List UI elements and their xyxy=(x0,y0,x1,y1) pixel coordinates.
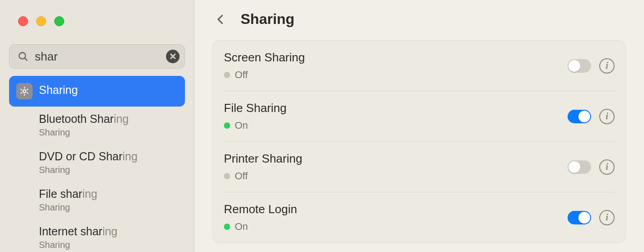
status-label: On xyxy=(235,221,248,233)
service-toggle[interactable] xyxy=(568,110,591,123)
result-text: Internet sharingSharing xyxy=(39,224,118,250)
status-dot-icon xyxy=(224,173,230,179)
svg-line-1 xyxy=(24,58,27,60)
result-title: File sharing xyxy=(39,187,97,201)
service-info-button[interactable]: i xyxy=(599,210,615,225)
window-minimize-button[interactable] xyxy=(36,16,46,26)
toggle-knob xyxy=(568,161,580,173)
svg-point-2 xyxy=(23,90,26,93)
service-status: Off xyxy=(224,69,568,81)
service-toggle[interactable] xyxy=(568,59,591,73)
main-content: Sharing Screen SharingOffiFile SharingOn… xyxy=(194,0,644,252)
status-label: Off xyxy=(235,170,248,182)
info-icon: i xyxy=(606,61,608,71)
service-row: Screen SharingOffi xyxy=(224,41,615,91)
service-name: Screen Sharing xyxy=(224,51,568,65)
result-text: File sharingSharing xyxy=(39,187,97,213)
info-icon: i xyxy=(606,212,608,223)
result-text: DVD or CD SharingSharing xyxy=(39,149,137,175)
search-result-item[interactable]: Sharing xyxy=(9,76,185,107)
sharing-icon xyxy=(16,83,33,99)
service-toggle[interactable] xyxy=(568,211,591,224)
search-field-wrap: ✕ xyxy=(9,44,185,69)
search-result-item[interactable]: File sharingSharing xyxy=(9,182,185,219)
service-row-left: Printer SharingOff xyxy=(224,152,568,182)
status-dot-icon xyxy=(224,72,230,78)
service-name: File Sharing xyxy=(224,101,568,115)
result-title: Internet sharing xyxy=(39,224,118,238)
service-info-button[interactable]: i xyxy=(599,109,615,124)
service-row-left: Screen SharingOff xyxy=(224,51,568,81)
service-name: Remote Login xyxy=(224,202,568,216)
search-input[interactable] xyxy=(9,44,185,69)
search-result-item[interactable]: Internet sharingSharing xyxy=(9,219,185,252)
result-subtitle: Sharing xyxy=(39,127,129,138)
window-zoom-button[interactable] xyxy=(54,16,64,26)
sharing-services-card: Screen SharingOffiFile SharingOniPrinter… xyxy=(213,40,626,243)
toggle-knob xyxy=(568,60,580,72)
service-row-left: File SharingOn xyxy=(224,101,568,131)
service-status: On xyxy=(224,120,568,131)
result-icon-slot xyxy=(16,83,33,99)
window-close-button[interactable] xyxy=(18,16,28,26)
result-text: Bluetooth SharingSharing xyxy=(39,112,129,138)
toggle-knob xyxy=(578,111,590,122)
search-icon xyxy=(17,51,29,62)
service-status: On xyxy=(224,221,568,233)
window-controls xyxy=(0,0,194,26)
result-title: Bluetooth Sharing xyxy=(39,112,129,126)
info-icon: i xyxy=(606,111,608,121)
search-results-list: SharingBluetooth SharingSharingDVD or CD… xyxy=(0,76,194,252)
result-subtitle: Sharing xyxy=(39,202,97,213)
service-name: Printer Sharing xyxy=(224,152,568,166)
result-title: Sharing xyxy=(39,83,78,97)
service-row: Remote LoginOni xyxy=(224,192,615,243)
status-label: Off xyxy=(235,69,248,81)
page-title: Sharing xyxy=(241,11,294,28)
service-status: Off xyxy=(224,170,568,182)
status-label: On xyxy=(235,120,248,131)
info-icon: i xyxy=(606,162,608,172)
result-title: DVD or CD Sharing xyxy=(39,149,137,163)
back-button[interactable] xyxy=(213,11,229,28)
status-dot-icon xyxy=(224,224,230,230)
service-info-button[interactable]: i xyxy=(599,58,615,74)
clear-search-button[interactable]: ✕ xyxy=(166,50,180,63)
service-row: Printer SharingOffi xyxy=(224,142,615,192)
status-dot-icon xyxy=(224,122,230,129)
toggle-knob xyxy=(578,212,590,224)
search-result-item[interactable]: DVD or CD SharingSharing xyxy=(9,144,185,182)
service-row-left: Remote LoginOn xyxy=(224,202,568,233)
service-toggle[interactable] xyxy=(568,160,591,174)
service-info-button[interactable]: i xyxy=(599,159,615,175)
result-subtitle: Sharing xyxy=(39,240,118,250)
close-icon: ✕ xyxy=(169,52,177,61)
main-header: Sharing xyxy=(194,0,644,40)
search-result-item[interactable]: Bluetooth SharingSharing xyxy=(9,107,185,144)
result-text: Sharing xyxy=(39,83,78,97)
sidebar: ✕ SharingBluetooth SharingSharingDVD or … xyxy=(0,0,194,252)
result-subtitle: Sharing xyxy=(39,165,137,175)
chevron-left-icon xyxy=(215,14,227,25)
service-row: File SharingOni xyxy=(224,91,615,142)
